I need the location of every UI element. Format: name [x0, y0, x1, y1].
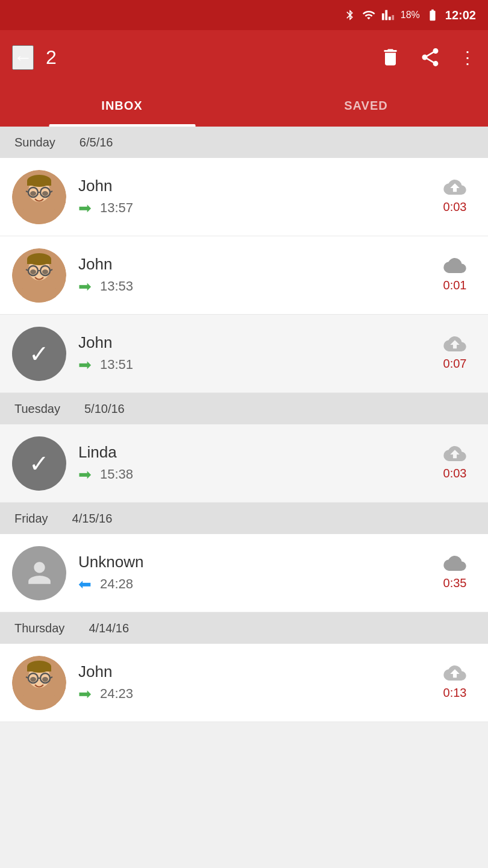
tab-saved[interactable]: SAVED: [244, 84, 488, 127]
avatar-unknown: [12, 546, 66, 600]
outgoing-arrow-icon: ➡: [78, 199, 92, 218]
date-thursday: 4/14/16: [89, 621, 129, 635]
outgoing-arrow-icon: ➡: [78, 356, 92, 374]
avatar-check-linda: ✓: [12, 436, 66, 491]
call-item-john-1[interactable]: John ➡ 13:57 0:03: [0, 158, 488, 236]
call-info-john-4: John ➡ 24:23: [66, 662, 434, 703]
call-duration: 0:03: [443, 467, 467, 480]
duration-area: 0:03: [434, 180, 476, 214]
svg-rect-12: [27, 181, 51, 186]
avatar-check-john-3: ✓: [12, 327, 66, 381]
incoming-arrow-icon: ⬅: [78, 575, 92, 594]
avatar-john-2: [12, 248, 66, 303]
call-detail: ➡ 24:23: [78, 685, 422, 703]
call-list: Sunday 6/5/16: [0, 127, 488, 722]
caller-name: John: [78, 662, 422, 681]
svg-rect-29: [22, 695, 56, 710]
day-thursday: Thursday: [14, 621, 64, 635]
status-icons: 18% 12:02: [344, 8, 476, 22]
svg-point-10: [42, 191, 48, 196]
cloud-upload-icon: [443, 665, 466, 682]
svg-point-22: [30, 269, 36, 274]
date-friday: 4/15/16: [72, 512, 113, 526]
call-item-unknown-1[interactable]: Unknown ⬅ 24:28 0:35: [0, 534, 488, 612]
avatar-john-1: [12, 170, 66, 224]
call-time: 13:57: [100, 200, 133, 216]
share-button[interactable]: [419, 46, 441, 68]
call-item-linda-1[interactable]: ✓ Linda ➡ 15:38 0:03: [0, 424, 488, 503]
call-detail: ➡ 13:51: [78, 356, 422, 374]
call-duration: 0:13: [443, 686, 467, 700]
call-info-john-1: John ➡ 13:57: [66, 177, 434, 218]
app-bar: ← 2 ⋮: [0, 30, 488, 84]
status-bar: 18% 12:02: [0, 0, 488, 30]
caller-name: John: [78, 333, 422, 352]
call-time: 13:53: [100, 278, 133, 294]
duration-area: 0:03: [434, 446, 476, 480]
bluetooth-icon: [344, 9, 356, 21]
svg-rect-38: [27, 667, 51, 671]
duration-area: 0:35: [434, 556, 476, 590]
day-tuesday: Tuesday: [14, 402, 60, 416]
date-divider-sunday: Sunday 6/5/16: [0, 127, 488, 158]
tab-inbox[interactable]: INBOX: [0, 84, 244, 127]
day-friday: Friday: [14, 512, 48, 526]
call-item-john-4[interactable]: John ➡ 24:23 0:13: [0, 644, 488, 722]
call-info-john-2: John ➡ 13:53: [66, 255, 434, 296]
status-time: 12:02: [445, 8, 476, 22]
day-sunday: Sunday: [14, 136, 55, 149]
cloud-icon: [443, 258, 466, 275]
call-info-unknown-1: Unknown ⬅ 24:28: [66, 553, 434, 594]
call-item-john-3[interactable]: ✓ John ➡ 13:51 0:07: [0, 315, 488, 393]
duration-area: 0:13: [434, 665, 476, 700]
wifi-icon: [362, 8, 375, 22]
svg-rect-3: [22, 209, 56, 224]
call-detail: ➡ 15:38: [78, 465, 422, 484]
call-detail: ⬅ 24:28: [78, 575, 422, 594]
svg-rect-25: [27, 259, 51, 264]
tab-bar: INBOX SAVED: [0, 84, 488, 127]
date-divider-tuesday: Tuesday 5/10/16: [0, 393, 488, 424]
call-info-linda-1: Linda ➡ 15:38: [66, 443, 434, 484]
check-icon: ✓: [29, 450, 49, 477]
call-time: 24:23: [100, 686, 133, 702]
call-item-john-2[interactable]: John ➡ 13:53 0:01: [0, 236, 488, 315]
caller-name: John: [78, 177, 422, 195]
caller-name: Linda: [78, 443, 422, 462]
selection-count: 2: [46, 46, 368, 69]
delete-button[interactable]: [380, 46, 401, 68]
cloud-upload-icon: [443, 336, 466, 353]
date-sunday: 6/5/16: [80, 136, 113, 149]
action-buttons: ⋮: [380, 46, 476, 68]
call-detail: ➡ 13:57: [78, 199, 422, 218]
call-duration: 0:01: [443, 278, 467, 292]
svg-point-35: [30, 677, 36, 682]
check-icon: ✓: [29, 340, 49, 368]
caller-name: Unknown: [78, 553, 422, 571]
date-divider-friday: Friday 4/15/16: [0, 503, 488, 534]
call-duration: 0:03: [443, 200, 467, 214]
call-time: 24:28: [100, 576, 133, 592]
outgoing-arrow-icon: ➡: [78, 465, 92, 484]
date-divider-thursday: Thursday 4/14/16: [0, 612, 488, 644]
call-time: 15:38: [100, 467, 133, 482]
cloud-icon: [443, 556, 466, 573]
more-options-button[interactable]: ⋮: [459, 48, 476, 68]
signal-icon: [381, 8, 395, 22]
cloud-upload-icon: [443, 180, 466, 197]
battery-icon: [426, 8, 439, 22]
svg-point-36: [42, 677, 48, 682]
svg-rect-16: [22, 288, 56, 303]
caller-name: John: [78, 255, 422, 274]
duration-area: 0:01: [434, 258, 476, 292]
svg-point-9: [30, 191, 36, 196]
cloud-upload-icon: [443, 446, 466, 463]
call-time: 13:51: [100, 357, 133, 373]
outgoing-arrow-icon: ➡: [78, 277, 92, 296]
call-duration: 0:07: [443, 357, 467, 371]
call-info-john-3: John ➡ 13:51: [66, 333, 434, 374]
outgoing-arrow-icon: ➡: [78, 685, 92, 703]
battery-status: 18%: [401, 10, 420, 20]
back-button[interactable]: ←: [12, 45, 34, 70]
svg-point-23: [42, 269, 48, 274]
